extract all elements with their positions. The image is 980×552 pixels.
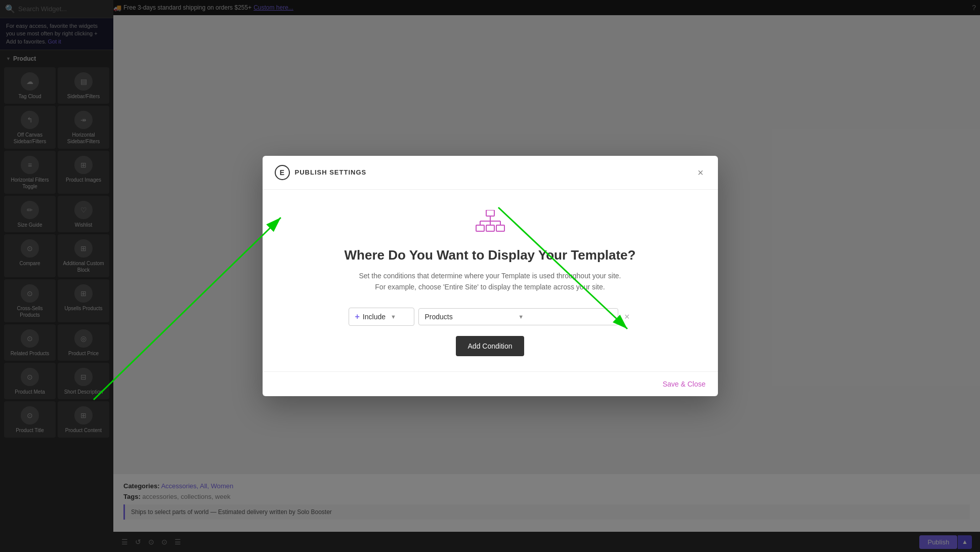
modal-body: Where Do You Want to Display Your Templa… <box>263 190 718 372</box>
include-label: Include <box>363 313 386 321</box>
svg-rect-1 <box>476 225 484 231</box>
modal-title: PUBLISH SETTINGS <box>295 168 367 176</box>
include-chevron-icon: ▼ <box>391 314 396 320</box>
modal-logo: E <box>275 165 290 180</box>
modal-description: Set the conditions that determine where … <box>359 270 621 293</box>
modal-footer: Save & Close <box>263 371 718 396</box>
save-close-button[interactable]: Save & Close <box>663 380 706 388</box>
products-chevron-icon: ▼ <box>518 314 612 320</box>
modal-close-button[interactable]: × <box>696 165 706 180</box>
remove-condition-button[interactable]: × <box>622 310 632 323</box>
products-label: Products <box>425 313 519 321</box>
modal-backdrop: E PUBLISH SETTINGS × <box>0 0 980 552</box>
condition-row: + Include ▼ Products ▼ × <box>349 308 632 326</box>
add-condition-button[interactable]: Add Condition <box>456 336 525 356</box>
publish-settings-modal: E PUBLISH SETTINGS × <box>263 156 718 397</box>
svg-rect-3 <box>496 225 504 231</box>
modal-header: E PUBLISH SETTINGS × <box>263 156 718 190</box>
svg-rect-2 <box>486 225 494 231</box>
products-dropdown[interactable]: Products ▼ <box>418 308 618 325</box>
plus-icon: + <box>355 312 360 321</box>
hierarchy-icon <box>475 210 505 237</box>
svg-rect-0 <box>486 210 494 216</box>
include-dropdown[interactable]: + Include ▼ <box>349 308 414 326</box>
modal-heading: Where Do You Want to Display Your Templa… <box>345 247 636 263</box>
